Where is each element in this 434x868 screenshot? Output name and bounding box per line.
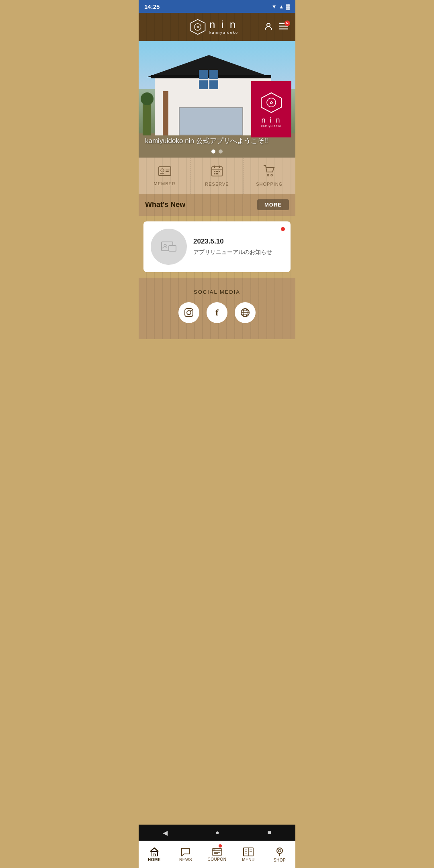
svg-point-24 <box>267 174 269 176</box>
window <box>199 80 208 89</box>
svg-point-11 <box>161 169 164 172</box>
svg-point-3 <box>267 23 270 27</box>
news-date: 2023.5.10 <box>193 237 283 246</box>
whats-new-header: What's New MORE <box>139 194 295 216</box>
instagram-icon <box>184 308 194 317</box>
sign-banner: ✿ n i n kamiyuidoko <box>251 81 291 137</box>
signal-icon: ▲ <box>279 4 284 10</box>
quick-member-button[interactable]: MEMBER <box>139 158 191 194</box>
window <box>199 70 208 79</box>
unread-indicator <box>281 227 285 231</box>
app-header: ✿ n i n kamiyuidoko N <box>139 13 295 41</box>
quick-shopping-button[interactable]: SHOPPING <box>244 158 295 194</box>
slide-indicators <box>211 149 223 154</box>
svg-rect-22 <box>214 173 215 174</box>
logo-hexagon-icon: ✿ <box>189 18 206 35</box>
svg-rect-20 <box>216 171 218 172</box>
building-glass <box>179 107 243 135</box>
header-actions: N <box>264 22 288 33</box>
svg-rect-27 <box>169 246 176 251</box>
svg-rect-23 <box>216 173 218 174</box>
sign-hex-icon: ✿ <box>260 92 283 114</box>
globe-icon <box>240 308 250 317</box>
menu-button[interactable]: N <box>279 23 288 32</box>
sign-subtext: kamiyuidoko <box>261 125 281 127</box>
shopping-icon <box>263 165 275 179</box>
news-content: 2023.5.10 アプリリニューアルのお知らせ <box>193 237 283 256</box>
social-icons: f <box>178 302 256 323</box>
hero-caption: kamiyuidoko nin 公式アプリへようこそ!! <box>145 136 268 145</box>
tree-top-left <box>141 92 154 105</box>
instagram-button[interactable] <box>178 302 199 323</box>
facebook-button[interactable]: f <box>207 302 227 323</box>
logo-name: n i n <box>209 19 238 30</box>
header-logo: ✿ n i n kamiyuidoko <box>164 18 264 35</box>
logo-text-wrap: n i n kamiyuidoko <box>209 19 238 35</box>
logo-subtitle: kamiyuidoko <box>209 31 238 35</box>
reserve-icon <box>211 165 223 179</box>
svg-rect-12 <box>160 173 164 174</box>
svg-text:✿: ✿ <box>196 25 199 29</box>
window <box>209 80 218 89</box>
svg-point-25 <box>271 174 272 176</box>
member-icon <box>158 166 171 179</box>
hero-banner: ✿ n i n kamiyuidoko kamiyuidoko nin 公式アプ… <box>139 41 295 158</box>
quick-menu: MEMBER RESERVE SHOPPING <box>139 158 295 194</box>
status-icons: ▼ ▲ ▓ <box>272 4 290 10</box>
shopping-label: SHOPPING <box>256 182 283 186</box>
quick-reserve-button[interactable]: RESERVE <box>191 158 243 194</box>
menu-badge: N <box>285 20 290 26</box>
pillar-left <box>163 91 168 135</box>
facebook-icon: f <box>215 307 218 318</box>
window <box>209 70 218 79</box>
social-section: SOCIAL MEDIA f <box>139 278 295 339</box>
more-button[interactable]: MORE <box>257 199 289 210</box>
svg-point-31 <box>190 310 192 311</box>
svg-rect-21 <box>219 171 220 172</box>
battery-icon: ▓ <box>286 4 290 10</box>
whats-new-title: What's New <box>145 201 185 209</box>
slide-dot-2[interactable] <box>219 149 223 154</box>
svg-rect-13 <box>166 170 170 170</box>
news-thumbnail <box>151 229 187 265</box>
website-button[interactable] <box>235 302 256 323</box>
social-title: SOCIAL MEDIA <box>194 289 240 295</box>
building-windows <box>199 70 218 89</box>
time-display: 14:25 <box>144 3 160 10</box>
news-text: アプリリニューアルのお知らせ <box>193 249 283 256</box>
svg-rect-19 <box>214 171 215 172</box>
reserve-label: RESERVE <box>205 182 229 186</box>
slide-dot-1[interactable] <box>211 149 215 154</box>
news-card[interactable]: 2023.5.10 アプリリニューアルのお知らせ <box>143 221 291 272</box>
svg-rect-29 <box>185 309 193 317</box>
svg-point-30 <box>187 311 191 315</box>
svg-rect-10 <box>159 167 171 176</box>
wifi-icon: ▼ <box>272 4 277 10</box>
tree-left <box>143 103 151 135</box>
svg-rect-14 <box>166 171 169 172</box>
status-bar: 14:25 ▼ ▲ ▓ <box>139 0 295 13</box>
profile-icon <box>264 22 273 31</box>
news-section: 2023.5.10 アプリリニューアルのお知らせ <box>139 216 295 278</box>
profile-button[interactable] <box>264 22 273 33</box>
member-label: MEMBER <box>154 181 176 186</box>
svg-text:✿: ✿ <box>270 100 273 105</box>
sign-name-text: n i n <box>261 116 281 125</box>
